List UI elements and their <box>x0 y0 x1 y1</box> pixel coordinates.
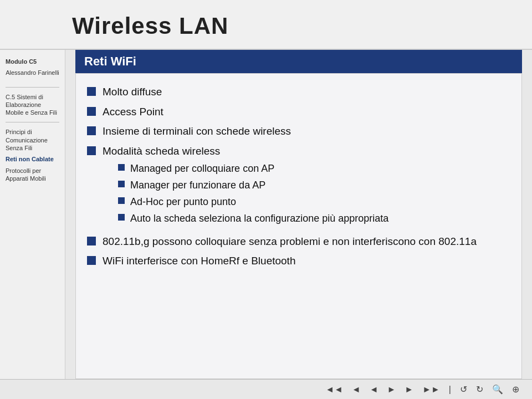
sub-bullet-text: Auto la scheda seleziona la configurazio… <box>130 212 388 225</box>
sidebar-item-0[interactable]: Principi di Comunicazione Senza Fili <box>6 128 59 152</box>
bullet-text: 802.11b,g possono colloquiare senza prob… <box>103 234 477 249</box>
bullet-text: Modalità scheda wireless <box>103 145 220 157</box>
sidebar-item-1[interactable]: Reti non Cablate <box>6 155 59 163</box>
sub-list-item: Auto la scheda seleziona la configurazio… <box>118 212 388 225</box>
nav-undo-button[interactable]: ↺ <box>457 383 470 396</box>
sub-bullet-text: Ad-Hoc per punto punto <box>130 195 236 208</box>
sub-list-item: Manager per funzionare da AP <box>118 178 388 192</box>
page-title: Wireless LAN <box>72 13 228 39</box>
sub-list-item: Managed per colloquiare con AP <box>118 162 388 175</box>
bullet-text: Molto diffuse <box>103 85 162 99</box>
list-item: WiFi interferisce con HomeRf e Bluetooth <box>87 254 506 268</box>
nav-redo-button[interactable]: ↻ <box>473 383 486 396</box>
nav-first-button[interactable]: ◄◄ <box>323 383 346 396</box>
list-item: Access Point <box>87 105 506 119</box>
sidebar-divider <box>6 87 59 88</box>
nav-right-button[interactable]: ► <box>384 383 398 396</box>
bottom-bar: ◄◄ ◄ ◄ ► ► ►► | ↺ ↻ 🔍 ⊕ <box>0 379 532 399</box>
bullet-icon <box>87 237 96 245</box>
nav-search-button[interactable]: 🔍 <box>489 383 506 396</box>
nav-left-button[interactable]: ◄ <box>367 383 381 396</box>
nav-next-button[interactable]: ► <box>402 383 416 396</box>
sidebar-item-2[interactable]: Protocolli per Apparati Mobili <box>6 167 59 183</box>
sub-bullet-icon <box>118 164 125 171</box>
content-box: Molto diffuse Access Point Insieme di te… <box>75 73 522 379</box>
sub-list-item: Ad-Hoc per punto punto <box>118 195 388 208</box>
bullet-icon <box>87 256 96 265</box>
list-item: Molto diffuse <box>87 85 506 99</box>
header-bar: Wireless LAN <box>0 0 532 50</box>
bullet-icon <box>87 87 96 96</box>
sub-bullet-text: Managed per colloquiare con AP <box>130 162 274 175</box>
sub-bullet-icon <box>118 214 125 221</box>
bullet-with-subitems: Modalità scheda wireless Managed per col… <box>103 144 388 229</box>
bullet-icon <box>87 126 96 135</box>
list-item: 802.11b,g possono colloquiare senza prob… <box>87 234 506 249</box>
sidebar: Modulo C5 Alessandro Farinelli C.5 Siste… <box>0 50 65 379</box>
content-panel: Reti WiFi Molto diffuse Access Point Ins… <box>65 50 532 379</box>
nav-last-button[interactable]: ►► <box>420 383 443 396</box>
bullet-icon <box>87 107 96 116</box>
sub-bullet-text: Manager per funzionare da AP <box>130 178 265 192</box>
bullet-text: WiFi interferisce con HomeRf e Bluetooth <box>103 254 295 268</box>
sub-bullet-icon <box>118 181 125 187</box>
section-header: Reti WiFi <box>75 50 522 73</box>
nav-zoom-button[interactable]: ⊕ <box>509 383 522 396</box>
sidebar-section-label: C.5 Sistemi di Elaborazione Mobile e Sen… <box>6 93 59 117</box>
sub-bullet-list: Managed per colloquiare con AP Manager p… <box>118 162 388 226</box>
sidebar-divider-2 <box>6 122 59 122</box>
bullet-icon <box>87 146 96 155</box>
list-item: Insieme di terminali con schede wireless <box>87 124 506 139</box>
nav-prev-button[interactable]: ◄ <box>349 383 364 396</box>
sidebar-module-label: Modulo C5 <box>6 58 59 65</box>
bullet-list: Molto diffuse Access Point Insieme di te… <box>87 85 506 268</box>
sub-bullet-icon <box>118 197 125 204</box>
main-area: Modulo C5 Alessandro Farinelli C.5 Siste… <box>0 50 532 379</box>
nav-separator: | <box>446 383 454 396</box>
bullet-text: Access Point <box>103 105 163 119</box>
sidebar-author: Alessandro Farinelli <box>6 69 59 76</box>
bullet-text: Insieme di terminali con schede wireless <box>103 124 291 139</box>
list-item-with-sub: Modalità scheda wireless Managed per col… <box>87 144 506 229</box>
